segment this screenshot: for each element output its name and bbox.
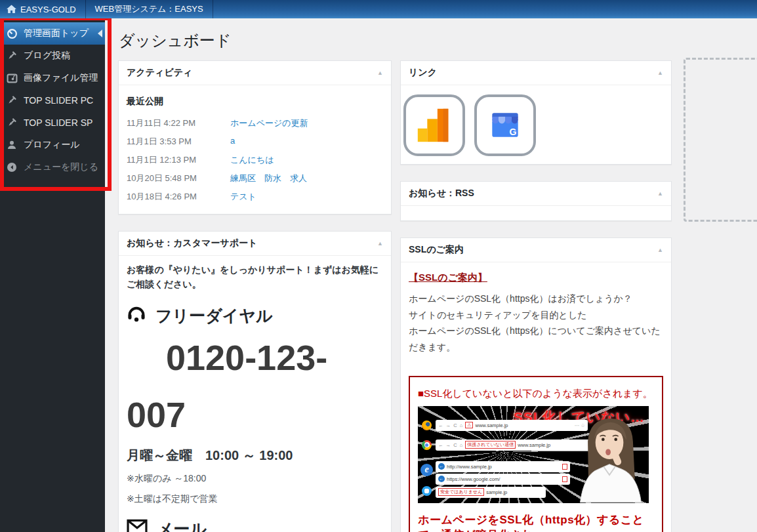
- headset-icon: [127, 305, 146, 326]
- collapse-arrow-icon[interactable]: ▲: [657, 247, 663, 253]
- topbar-site-link[interactable]: EASYS-GOLD: [0, 0, 86, 18]
- google-analytics-icon: [414, 105, 455, 146]
- collapse-arrow-icon[interactable]: ▲: [377, 240, 383, 247]
- activity-date: 11月1日 3:53 PM: [127, 136, 230, 148]
- support-widget-body: お客様の『やりたい』をしっかりサポート！まずはお気軽にご相談ください。 フリーダ…: [119, 256, 391, 532]
- activity-post-link[interactable]: a: [230, 136, 383, 148]
- ssl-widget-header[interactable]: SSLのご案内 ▲: [401, 238, 671, 262]
- cert-warning-marker: [562, 464, 567, 470]
- thinking-woman-photo: [569, 413, 649, 503]
- back-arrow-icon: ←: [438, 463, 445, 470]
- sidebar-item-label: プロフィール: [24, 139, 80, 151]
- address-url: sample.jp: [486, 489, 507, 495]
- admin-sidebar: 管理画面トップ ブログ投稿 画像ファイル管理 TOP SLIDER PC TOP…: [0, 18, 105, 532]
- firefox-address-bar: ← → C ⌂ ⚠ www.sample.jp ⋯ ☆: [436, 420, 588, 431]
- sidebar-item-top-slider-pc[interactable]: TOP SLIDER PC: [0, 89, 105, 112]
- browser-nav-glyphs: ← → C ⌂: [438, 422, 463, 428]
- widget-title: お知らせ：RSS: [409, 188, 474, 199]
- empty-widget-dropzone: [684, 58, 757, 222]
- links-widget-header[interactable]: リンク ▲: [401, 61, 671, 85]
- activity-row: 11月1日 3:53 PM a: [127, 133, 383, 151]
- not-secure-warning: 安全ではありません: [438, 488, 484, 496]
- widget-title: アクティビティ: [127, 67, 192, 79]
- hours-note-wednesday: ※水曜のみ ～18:00: [127, 473, 383, 485]
- rss-widget-header[interactable]: お知らせ：RSS ▲: [401, 182, 671, 206]
- address-url: http://www.sample.jp: [447, 464, 492, 470]
- activity-post-link[interactable]: 練馬区 防水 求人: [230, 173, 383, 184]
- ssl-body-line: ホームページのSSL化（https化）についてご案内させていただきます。: [409, 323, 663, 355]
- media-icon: [6, 72, 18, 84]
- google-my-business-link[interactable]: G: [474, 94, 536, 156]
- activity-date: 10月18日 4:26 PM: [127, 191, 230, 203]
- ssl-warning-box: ■SSL化していないと以下のような表示がされます。 SSL化していない… e ←…: [409, 376, 663, 532]
- address-url: www.sample.jp: [518, 442, 550, 448]
- back-arrow-icon: ←: [438, 476, 445, 482]
- activity-post-link[interactable]: テスト: [230, 191, 383, 203]
- safari-address-bar: 安全ではありません sample.jp: [436, 487, 546, 498]
- admin-topbar: EASYS-GOLD WEB管理システム：EASYS: [0, 0, 757, 18]
- not-secure-warning: 保護されていない通信: [465, 441, 516, 449]
- cert-warning-marker: [562, 476, 567, 482]
- address-url: https://www.google.com/: [447, 476, 500, 482]
- collapse-arrow-icon[interactable]: ▲: [657, 70, 663, 76]
- ssl-guide-link[interactable]: 【SSLのご案内】: [409, 272, 487, 284]
- freedial-phone-number: 0120-123-007: [127, 329, 383, 444]
- ie-address-bar: ← https://www.google.com/: [436, 474, 570, 485]
- activity-row: 10月20日 5:48 PM 練馬区 防水 求人: [127, 169, 383, 188]
- internet-explorer-icon: e: [420, 464, 433, 476]
- sidebar-item-top-slider-sp[interactable]: TOP SLIDER SP: [0, 112, 105, 134]
- sidebar-item-label: 画像ファイル管理: [24, 72, 98, 84]
- business-hours: 月曜～金曜 10:00 ～ 19:00: [127, 447, 383, 464]
- collapse-arrow-icon[interactable]: ▲: [657, 190, 663, 197]
- activity-row: 11月1日 12:13 PM こんにちは: [127, 151, 383, 169]
- activity-widget: アクティビティ ▲ 最近公開 11月11日 4:22 PM ホームページの更新 …: [118, 60, 392, 215]
- sidebar-item-label: TOP SLIDER PC: [24, 95, 93, 106]
- home-icon: [7, 5, 16, 14]
- gmb-letter: G: [510, 127, 517, 137]
- topbar-site-label: EASYS-GOLD: [20, 5, 76, 14]
- page-title: ダッシュボード: [119, 30, 231, 51]
- links-widget-body: G: [401, 85, 671, 164]
- sidebar-item-collapse-menu[interactable]: メニューを閉じる: [0, 156, 105, 178]
- sidebar-item-blog-post[interactable]: ブログ投稿: [0, 45, 105, 67]
- sidebar-item-profile[interactable]: プロフィール: [0, 134, 105, 156]
- activity-date: 10月20日 5:48 PM: [127, 173, 230, 184]
- activity-row: 11月11日 4:22 PM ホームページの更新: [127, 114, 383, 133]
- hours-note-saturday: ※土曜は不定期で営業: [127, 493, 383, 505]
- rss-widget: お知らせ：RSS ▲: [400, 181, 672, 221]
- activity-row: 10月18日 4:26 PM テスト: [127, 188, 383, 206]
- topbar-system-link[interactable]: WEB管理システム：EASYS: [86, 0, 213, 18]
- support-widget-header[interactable]: お知らせ：カスタマーサポート ▲: [119, 232, 391, 256]
- widget-title: SSLのご案内: [409, 244, 464, 256]
- google-my-business-icon: G: [485, 106, 525, 145]
- user-icon: [6, 139, 18, 151]
- address-url: www.sample.jp: [475, 422, 508, 428]
- pushpin-icon: [6, 117, 18, 129]
- widget-title: お知らせ：カスタマーサポート: [127, 237, 257, 249]
- freedial-heading: フリーダイヤル: [127, 305, 383, 327]
- rss-widget-body: [401, 206, 671, 220]
- collapse-arrow-icon[interactable]: ▲: [377, 70, 383, 76]
- support-intro-text: お客様の『やりたい』をしっかりサポート！まずはお気軽にご相談ください。: [127, 262, 383, 292]
- sidebar-item-label: メニューを閉じる: [24, 161, 98, 173]
- activity-post-link[interactable]: ホームページの更新: [230, 117, 383, 129]
- widget-title: リンク: [409, 67, 437, 79]
- mail-label: メール: [157, 518, 207, 532]
- activity-post-link[interactable]: こんにちは: [230, 154, 383, 166]
- gauge-icon: [6, 28, 18, 39]
- sidebar-item-media[interactable]: 画像ファイル管理: [0, 67, 105, 89]
- topbar-system-label: WEB管理システム：EASYS: [95, 3, 203, 15]
- recently-published-label: 最近公開: [127, 92, 383, 114]
- activity-date: 11月1日 12:13 PM: [127, 154, 230, 166]
- sidebar-item-label: ブログ投稿: [24, 50, 70, 62]
- chrome-icon: [422, 440, 432, 450]
- activity-widget-header[interactable]: アクティビティ ▲: [119, 61, 391, 85]
- ssl-example-image: SSL化していない… e ← → C ⌂ ⚠ www.sample.jp ⋯ ☆…: [418, 406, 649, 503]
- sidebar-item-dashboard[interactable]: 管理画面トップ: [0, 22, 105, 45]
- ssl-body-line: ホームページのSSL化（https化）はお済でしょうか？: [409, 291, 663, 307]
- ssl-body-line: サイトのセキュリティアップを目的とした: [409, 307, 663, 323]
- sidebar-item-label: 管理画面トップ: [24, 28, 89, 39]
- ssl-widget-body: 【SSLのご案内】 ホームページのSSL化（https化）はお済でしょうか？ サ…: [401, 262, 671, 532]
- insecure-lock-warning: ⚠: [465, 422, 473, 428]
- google-analytics-link[interactable]: [403, 94, 465, 156]
